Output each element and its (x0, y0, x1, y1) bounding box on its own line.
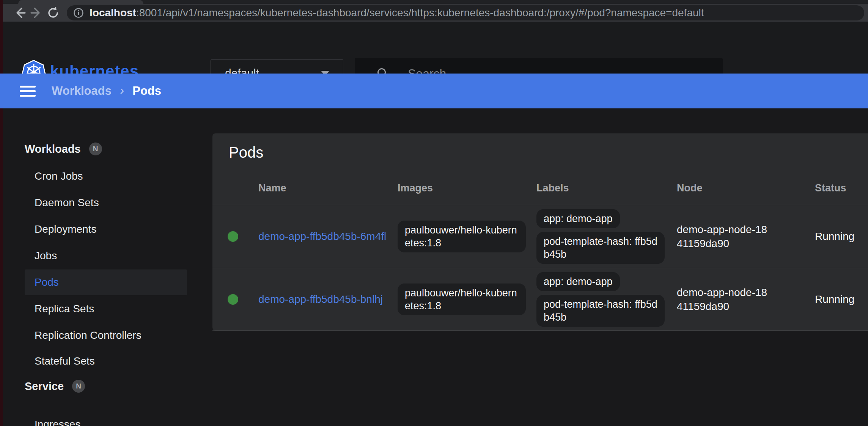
namespaced-badge: N (89, 143, 102, 155)
column-header-labels[interactable]: Labels (536, 182, 677, 194)
node-name: demo-app-node-1841159da90 (677, 285, 772, 313)
sidebar-section-service[interactable]: Service N (25, 380, 85, 393)
breadcrumb-current: Pods (132, 84, 161, 98)
content-area: Workloads N Cron Jobs Daemon Sets Deploy… (3, 108, 868, 426)
status-ok-icon (228, 294, 238, 305)
sidebar-item-jobs[interactable]: Jobs (25, 243, 187, 269)
pod-name-link[interactable]: demo-app-ffb5db45b-bnlhj (258, 293, 383, 305)
column-header-node[interactable]: Node (677, 182, 815, 194)
browser-toolbar: localhost:8001/api/v1/namespaces/kuberne… (3, 4, 868, 22)
label-chip: pod-template-hash: ffb5db45b (536, 295, 665, 327)
sidebar-item-ingresses[interactable]: Ingresses (25, 412, 187, 426)
node-name: demo-app-node-1841159da90 (677, 222, 772, 251)
sidebar-section-workloads[interactable]: Workloads N (25, 143, 102, 155)
sidebar-item-cron-jobs[interactable]: Cron Jobs (25, 163, 187, 189)
address-bar[interactable]: localhost:8001/api/v1/namespaces/kuberne… (67, 5, 864, 20)
sidebar-item-stateful-sets[interactable]: Stateful Sets (25, 348, 187, 374)
active-tab-bottom (18, 0, 143, 4)
sidebar-item-pods[interactable]: Pods (25, 269, 187, 295)
reload-icon[interactable] (45, 5, 61, 21)
status-text: Running (815, 293, 854, 305)
image-chip: paulbouwer/hello-kubernetes:1.8 (398, 283, 526, 315)
table-row: demo-app-ffb5db45b-6m4fl paulbouwer/hell… (212, 205, 868, 268)
browser-tab-strip (3, 0, 868, 4)
sidebar-section-label: Workloads (25, 143, 81, 155)
sidebar-item-replica-sets[interactable]: Replica Sets (25, 296, 187, 322)
page-info-icon[interactable] (73, 7, 84, 19)
desktop-background-edge (0, 0, 3, 426)
pod-name-link[interactable]: demo-app-ffb5db45b-6m4fl (258, 230, 386, 242)
dashboard-header: kubernetes default (3, 22, 868, 74)
url-text: localhost:8001/api/v1/namespaces/kuberne… (90, 7, 704, 19)
breadcrumb-bar: Workloads › Pods (0, 74, 868, 108)
table-header-row: Name Images Labels Node Status (212, 171, 868, 205)
image-chip: paulbouwer/hello-kubernetes:1.8 (398, 221, 526, 252)
menu-hamburger-icon[interactable] (20, 86, 36, 97)
table-row: demo-app-ffb5db45b-bnlhj paulbouwer/hell… (212, 268, 868, 330)
sidebar-item-daemon-sets[interactable]: Daemon Sets (25, 190, 187, 216)
column-header-name[interactable]: Name (258, 182, 398, 194)
card-bottom-border (212, 330, 868, 331)
back-arrow-icon[interactable] (11, 5, 28, 21)
sidebar-item-deployments[interactable]: Deployments (25, 216, 187, 242)
status-ok-icon (228, 231, 238, 242)
sidebar-section-label: Service (25, 380, 64, 393)
url-path: :8001/api/v1/namespaces/kubernetes-dashb… (136, 7, 704, 19)
label-chip: app: demo-app (536, 209, 620, 228)
sidebar-item-replication-controllers[interactable]: Replication Controllers (25, 323, 187, 348)
url-host: localhost (90, 7, 136, 19)
pods-card: Pods Name Images Labels Node Status demo… (212, 133, 868, 330)
label-chip: pod-template-hash: ffb5db45b (536, 232, 665, 264)
column-header-images[interactable]: Images (398, 182, 536, 194)
column-header-status[interactable]: Status (815, 182, 868, 194)
forward-arrow-icon[interactable] (28, 5, 45, 21)
breadcrumb-separator-icon: › (120, 83, 124, 97)
status-text: Running (815, 230, 854, 242)
namespaced-badge: N (72, 380, 85, 393)
card-title: Pods (229, 144, 263, 161)
breadcrumb-parent[interactable]: Workloads (52, 84, 112, 98)
label-chip: app: demo-app (536, 272, 620, 291)
